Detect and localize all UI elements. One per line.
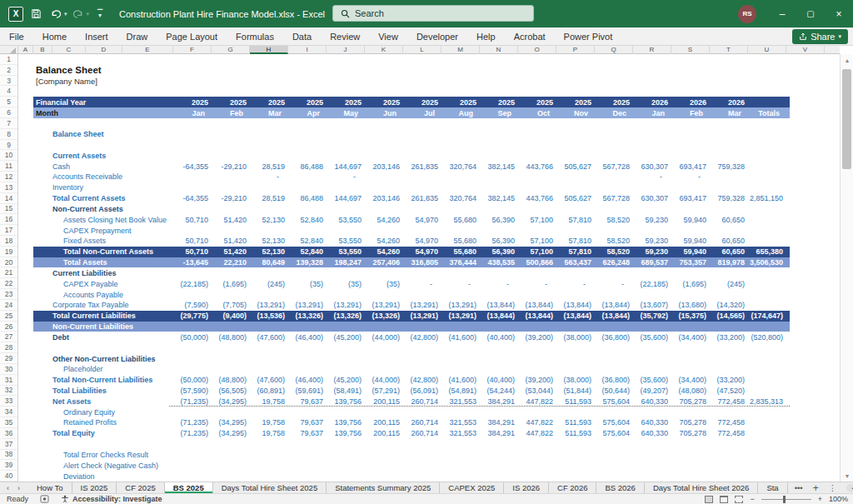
grid-cell[interactable]: (1,695): [212, 278, 250, 289]
grid-cell[interactable]: (56,505): [212, 386, 250, 397]
grid-cell[interactable]: 447,822: [518, 396, 556, 407]
grid-cell[interactable]: 655,380: [748, 247, 786, 257]
row-label[interactable]: Current Assets: [52, 150, 106, 161]
grid-cell[interactable]: (71,235): [173, 428, 212, 439]
grid-cell[interactable]: (44,000): [365, 332, 403, 342]
grid-cell[interactable]: 57,100: [518, 247, 556, 257]
grid-cell[interactable]: (22,185): [173, 278, 212, 289]
grid-cell[interactable]: 55,680: [441, 247, 480, 257]
grid-cell[interactable]: 50,710: [173, 214, 212, 225]
row-label[interactable]: Non-Current Liabilities: [52, 322, 133, 332]
grid-cell[interactable]: 384,291: [480, 396, 518, 407]
scroll-up-icon[interactable]: ▲: [841, 54, 853, 66]
grid-cell[interactable]: (13,607): [633, 300, 671, 311]
grid-cell[interactable]: 640,330: [633, 417, 671, 428]
grid-cell[interactable]: (245): [710, 278, 748, 289]
grid-cell[interactable]: (42,800): [403, 375, 441, 386]
grid-cell[interactable]: 2025: [327, 97, 365, 107]
grid-cell[interactable]: 321,553: [441, 396, 480, 407]
minimize-icon[interactable]: –: [768, 0, 796, 27]
grid-cell[interactable]: (47,600): [250, 332, 288, 342]
grid-cell[interactable]: (48,080): [671, 386, 710, 397]
row-number[interactable]: 16: [0, 214, 17, 225]
row-label[interactable]: Total Current Assets: [52, 193, 126, 204]
grid-cell[interactable]: (54,891): [441, 386, 480, 397]
grid-cell[interactable]: 447,822: [518, 417, 556, 428]
column-header-J[interactable]: J: [327, 46, 365, 54]
grid-cell[interactable]: (13,291): [327, 300, 365, 311]
grid-cell[interactable]: Mar: [710, 107, 748, 118]
grid-cell[interactable]: 260,714: [403, 417, 441, 428]
grid-cell[interactable]: 144,697: [327, 193, 365, 204]
grid-cell[interactable]: 759,328: [710, 193, 748, 204]
grid-cell[interactable]: 203,146: [365, 161, 403, 172]
grid-cell[interactable]: (36,800): [595, 375, 633, 386]
grid-cell[interactable]: Jul: [403, 107, 441, 118]
grid-cell[interactable]: 705,278: [671, 428, 710, 439]
column-header-T[interactable]: T: [710, 46, 748, 54]
row-number[interactable]: 3: [0, 76, 17, 87]
ribbon-tab-data[interactable]: Data: [283, 27, 321, 46]
column-header-P[interactable]: P: [556, 46, 595, 54]
horizontal-scrollbar[interactable]: ◂ ▸: [846, 484, 853, 492]
row-label[interactable]: Net Assets: [52, 396, 91, 407]
ribbon-tab-insert[interactable]: Insert: [76, 27, 117, 46]
grid-cell[interactable]: (13,291): [365, 300, 403, 311]
grid-cell[interactable]: (34,295): [212, 396, 250, 407]
grid-cell[interactable]: 51,420: [212, 247, 250, 257]
grid-cell[interactable]: 376,444: [441, 257, 480, 268]
grid-cell[interactable]: Feb: [671, 107, 710, 118]
grid-cell[interactable]: Nov: [556, 107, 595, 118]
grid-cell[interactable]: 260,714: [403, 428, 441, 439]
normal-view-icon[interactable]: [705, 496, 713, 503]
grid-cell[interactable]: 58,520: [595, 247, 633, 257]
grid-cell[interactable]: (13,844): [595, 311, 633, 322]
sheet-tab-cf-2025[interactable]: CF 2025: [117, 482, 164, 493]
grid-cell[interactable]: (44,000): [365, 375, 403, 386]
grid-cell[interactable]: 198,247: [327, 257, 365, 268]
row-label[interactable]: Total Assets: [63, 257, 107, 268]
grid-cell[interactable]: 2025: [288, 97, 327, 107]
row-label[interactable]: Accounts Receivable: [52, 172, 122, 182]
grid-cell[interactable]: (13,844): [480, 311, 518, 322]
grid-cell[interactable]: (34,295): [212, 428, 250, 439]
zoom-slider[interactable]: [761, 499, 811, 500]
grid-cell[interactable]: 505,627: [556, 161, 595, 172]
row-number[interactable]: 23: [0, 289, 17, 300]
row-number[interactable]: 39: [0, 460, 17, 471]
grid-cell[interactable]: 58,520: [595, 214, 633, 225]
grid-cell[interactable]: 54,260: [365, 247, 403, 257]
row-number[interactable]: 2: [0, 65, 17, 76]
grid-cell[interactable]: 53,550: [327, 214, 365, 225]
grid-cell[interactable]: (56,091): [403, 386, 441, 397]
grid-cell[interactable]: -64,355: [173, 161, 212, 172]
grid-cell[interactable]: (22,185): [633, 278, 671, 289]
grid-cell[interactable]: 54,260: [365, 236, 403, 247]
grid-cell[interactable]: 320,764: [441, 161, 480, 172]
undo-icon[interactable]: [47, 5, 65, 23]
grid-cell[interactable]: 2,835,313: [748, 396, 786, 407]
column-header-R[interactable]: R: [633, 46, 671, 54]
row-label[interactable]: Other Non-Current Liabilities: [52, 353, 156, 364]
undo-dropdown-icon[interactable]: ▾: [64, 11, 67, 17]
sheet-tab-sta[interactable]: Sta: [758, 482, 787, 493]
grid-cell[interactable]: 51,420: [212, 214, 250, 225]
grid-cell[interactable]: 640,330: [633, 428, 671, 439]
row-number[interactable]: 29: [0, 353, 17, 364]
grid-cell[interactable]: 384,291: [480, 417, 518, 428]
grid-cell[interactable]: -: [403, 278, 441, 289]
grid-cell[interactable]: (13,291): [441, 300, 480, 311]
row-label[interactable]: CAPEX Prepayment: [63, 225, 132, 236]
grid-cell[interactable]: 139,756: [327, 396, 365, 407]
grid-cell[interactable]: 56,390: [480, 214, 518, 225]
grid-cell[interactable]: (13,291): [288, 300, 327, 311]
grid-cell[interactable]: 53,550: [327, 247, 365, 257]
row-number[interactable]: 6: [0, 107, 17, 118]
grid-cell[interactable]: (38,000): [556, 375, 595, 386]
grid-cell[interactable]: 200,115: [365, 417, 403, 428]
grid-cell[interactable]: (60,891): [250, 386, 288, 397]
grid-cell[interactable]: 626,248: [595, 257, 633, 268]
row-number[interactable]: 34: [0, 407, 17, 417]
page-break-view-icon[interactable]: [735, 496, 743, 503]
grid-cell[interactable]: (13,291): [403, 311, 441, 322]
